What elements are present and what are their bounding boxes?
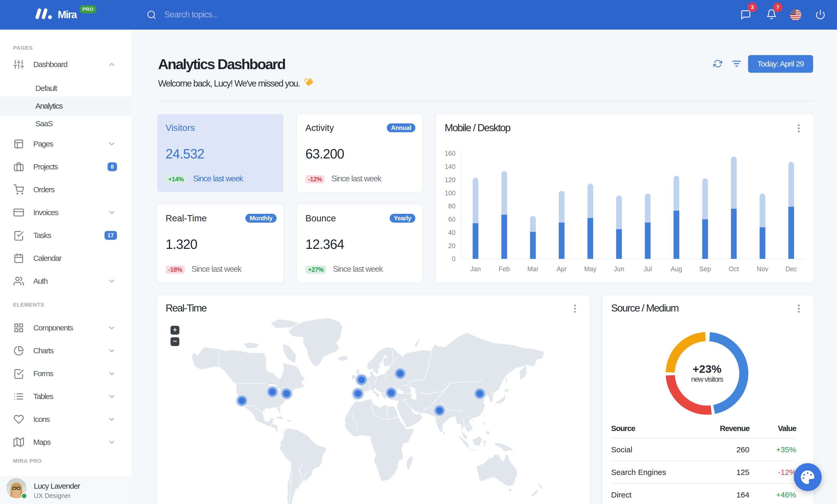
svg-text:Feb: Feb — [499, 265, 510, 273]
svg-text:20: 20 — [448, 242, 456, 249]
svg-text:80: 80 — [448, 202, 456, 210]
svg-text:120: 120 — [445, 176, 456, 183]
svg-text:May: May — [584, 265, 596, 273]
svg-text:100: 100 — [445, 189, 456, 197]
svg-text:Sep: Sep — [699, 265, 711, 273]
svg-text:40: 40 — [448, 229, 456, 236]
svg-text:Jan: Jan — [470, 265, 481, 273]
svg-text:Mar: Mar — [527, 265, 538, 273]
svg-text:0: 0 — [452, 255, 456, 262]
svg-text:140: 140 — [445, 163, 456, 170]
svg-text:Dec: Dec — [785, 265, 797, 273]
svg-text:Jun: Jun — [614, 265, 624, 273]
svg-text:Jul: Jul — [643, 265, 652, 273]
svg-text:Aug: Aug — [671, 265, 682, 273]
svg-text:Oct: Oct — [729, 265, 739, 273]
svg-text:160: 160 — [445, 150, 456, 157]
svg-text:Apr: Apr — [556, 265, 567, 273]
svg-text:60: 60 — [448, 216, 456, 223]
svg-text:Nov: Nov — [757, 265, 768, 273]
